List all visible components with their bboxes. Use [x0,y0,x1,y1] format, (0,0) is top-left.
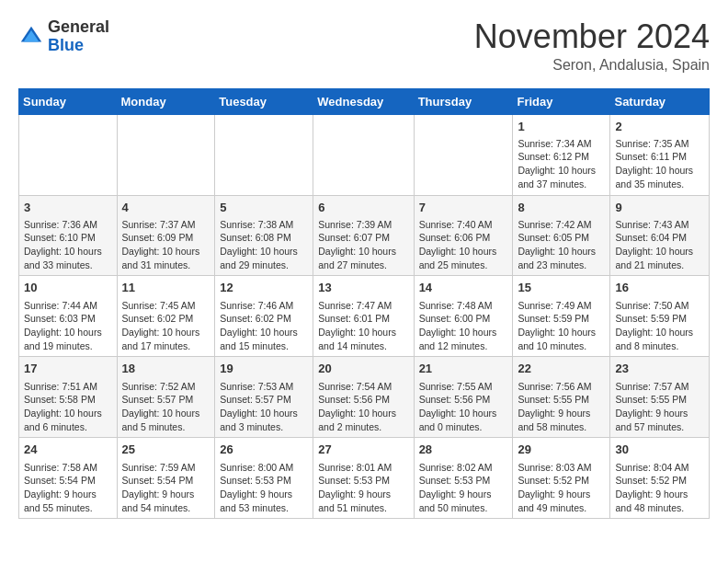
day-info: Sunset: 5:56 PM [318,393,408,407]
day-number: 4 [122,200,210,216]
calendar-cell: 13Sunrise: 7:47 AMSunset: 6:01 PMDayligh… [313,276,414,357]
day-info: Daylight: 10 hours and 6 minutes. [24,407,112,433]
calendar-cell: 14Sunrise: 7:48 AMSunset: 6:00 PMDayligh… [414,276,513,357]
calendar-week-row: 10Sunrise: 7:44 AMSunset: 6:03 PMDayligh… [19,276,710,357]
day-info: Daylight: 10 hours and 31 minutes. [122,245,210,271]
day-info: Sunrise: 7:43 AM [615,218,704,232]
day-info: Daylight: 10 hours and 5 minutes. [122,407,210,433]
day-number: 9 [615,200,704,216]
weekday-header-monday: Monday [117,88,215,114]
day-info: Sunrise: 8:00 AM [220,461,308,475]
logo-icon [18,24,44,50]
day-info: Daylight: 10 hours and 27 minutes. [318,245,408,271]
day-info: Sunrise: 7:57 AM [615,380,704,394]
day-info: Daylight: 10 hours and 21 minutes. [615,245,704,271]
calendar-cell: 15Sunrise: 7:49 AMSunset: 5:59 PMDayligh… [513,276,610,357]
day-number: 8 [518,200,605,216]
day-info: Sunrise: 7:40 AM [419,218,508,232]
calendar-week-row: 1Sunrise: 7:34 AMSunset: 6:12 PMDaylight… [19,114,710,195]
calendar-cell: 17Sunrise: 7:51 AMSunset: 5:58 PMDayligh… [19,357,118,438]
day-info: Sunset: 5:57 PM [122,393,210,407]
day-info: Daylight: 10 hours and 23 minutes. [518,245,605,271]
day-info: Sunrise: 7:47 AM [318,299,408,313]
day-info: Daylight: 9 hours and 58 minutes. [518,407,605,433]
day-info: Daylight: 10 hours and 29 minutes. [220,245,308,271]
day-info: Sunrise: 7:35 AM [615,137,704,151]
calendar-cell: 4Sunrise: 7:37 AMSunset: 6:09 PMDaylight… [117,195,215,276]
calendar-cell [117,114,215,195]
day-number: 7 [419,200,508,216]
day-info: Daylight: 9 hours and 57 minutes. [615,407,704,433]
day-number: 15 [518,280,605,296]
calendar-cell [215,114,313,195]
location: Seron, Andalusia, Spain [474,57,710,74]
calendar-week-row: 3Sunrise: 7:36 AMSunset: 6:10 PMDaylight… [19,195,710,276]
calendar-week-row: 24Sunrise: 7:58 AMSunset: 5:54 PMDayligh… [19,438,710,519]
day-info: Sunset: 6:11 PM [615,150,704,164]
calendar-cell: 23Sunrise: 7:57 AMSunset: 5:55 PMDayligh… [610,357,710,438]
day-number: 2 [615,119,704,135]
calendar-week-row: 17Sunrise: 7:51 AMSunset: 5:58 PMDayligh… [19,357,710,438]
day-info: Sunset: 5:54 PM [24,474,112,488]
day-info: Sunrise: 7:45 AM [122,299,210,313]
day-info: Daylight: 9 hours and 48 minutes. [615,488,704,514]
day-info: Daylight: 10 hours and 10 minutes. [518,326,605,352]
calendar-cell: 26Sunrise: 8:00 AMSunset: 5:53 PMDayligh… [215,438,313,519]
day-info: Daylight: 10 hours and 8 minutes. [615,326,704,352]
day-info: Daylight: 10 hours and 15 minutes. [220,326,308,352]
day-info: Sunset: 6:03 PM [24,312,112,326]
day-info: Sunset: 6:04 PM [615,231,704,245]
day-number: 19 [220,361,308,377]
day-info: Sunset: 5:55 PM [518,393,605,407]
day-info: Sunset: 5:59 PM [615,312,704,326]
calendar-cell: 9Sunrise: 7:43 AMSunset: 6:04 PMDaylight… [610,195,710,276]
day-info: Daylight: 10 hours and 19 minutes. [24,326,112,352]
day-number: 20 [318,361,408,377]
day-info: Sunset: 5:56 PM [419,393,508,407]
calendar-cell: 22Sunrise: 7:56 AMSunset: 5:55 PMDayligh… [513,357,610,438]
weekday-header-wednesday: Wednesday [313,88,414,114]
day-info: Sunrise: 7:42 AM [518,218,605,232]
calendar-cell: 12Sunrise: 7:46 AMSunset: 6:02 PMDayligh… [215,276,313,357]
day-info: Sunrise: 8:03 AM [518,461,605,475]
day-info: Sunrise: 8:01 AM [318,461,408,475]
day-info: Sunset: 5:52 PM [615,474,704,488]
day-number: 16 [615,280,704,296]
day-number: 30 [615,442,704,458]
calendar-cell: 27Sunrise: 8:01 AMSunset: 5:53 PMDayligh… [313,438,414,519]
day-number: 25 [122,442,210,458]
day-info: Sunset: 5:55 PM [615,393,704,407]
day-info: Daylight: 9 hours and 51 minutes. [318,488,408,514]
day-info: Daylight: 10 hours and 37 minutes. [518,164,605,190]
day-info: Daylight: 9 hours and 50 minutes. [419,488,508,514]
weekday-header-thursday: Thursday [414,88,513,114]
day-info: Sunrise: 7:48 AM [419,299,508,313]
calendar-cell: 20Sunrise: 7:54 AMSunset: 5:56 PMDayligh… [313,357,414,438]
day-info: Sunset: 5:53 PM [419,474,508,488]
page-header: General Blue November 2024 Seron, Andalu… [18,18,710,74]
day-info: Daylight: 9 hours and 49 minutes. [518,488,605,514]
day-info: Sunrise: 7:49 AM [518,299,605,313]
calendar-cell: 19Sunrise: 7:53 AMSunset: 5:57 PMDayligh… [215,357,313,438]
day-info: Sunset: 5:59 PM [518,312,605,326]
day-info: Sunset: 6:00 PM [419,312,508,326]
day-number: 11 [122,280,210,296]
day-info: Daylight: 10 hours and 14 minutes. [318,326,408,352]
calendar-cell [414,114,513,195]
day-info: Sunrise: 7:44 AM [24,299,112,313]
day-info: Daylight: 10 hours and 33 minutes. [24,245,112,271]
day-info: Sunrise: 7:50 AM [615,299,704,313]
calendar-cell: 1Sunrise: 7:34 AMSunset: 6:12 PMDaylight… [513,114,610,195]
day-info: Sunset: 6:12 PM [518,150,605,164]
day-info: Sunrise: 7:52 AM [122,380,210,394]
weekday-header-sunday: Sunday [19,88,118,114]
day-info: Sunset: 6:05 PM [518,231,605,245]
day-number: 12 [220,280,308,296]
day-number: 27 [318,442,408,458]
day-number: 1 [518,119,605,135]
day-info: Sunrise: 7:46 AM [220,299,308,313]
calendar-cell [19,114,118,195]
calendar-cell: 29Sunrise: 8:03 AMSunset: 5:52 PMDayligh… [513,438,610,519]
day-info: Sunset: 6:06 PM [419,231,508,245]
calendar-cell [313,114,414,195]
